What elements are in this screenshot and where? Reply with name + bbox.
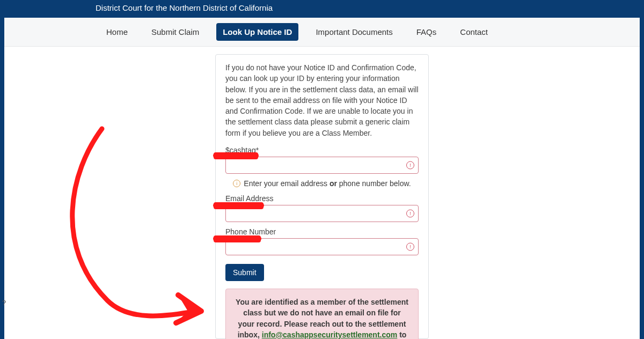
header-banner: District Court for the Northern District… — [4, 0, 640, 18]
stray-question-mark: ? — [2, 299, 6, 307]
court-name: District Court for the Northern District… — [96, 3, 273, 12]
settlement-email-link[interactable]: info@cashappsecuritysettlement.com — [262, 330, 398, 339]
result-alert: You are identified as a member of the se… — [225, 289, 419, 339]
nav-contact[interactable]: Contact — [453, 23, 494, 41]
info-icon: i — [233, 180, 240, 187]
hint-text-suffix: phone number below. — [337, 179, 411, 188]
hint-text-or: or — [330, 179, 337, 188]
intro-paragraph: If you do not have your Notice ID and Co… — [225, 62, 419, 138]
error-icon: ! — [406, 210, 414, 218]
nav-look-up-notice-id[interactable]: Look Up Notice ID — [216, 23, 298, 41]
error-icon: ! — [406, 243, 414, 251]
phone-label: Phone Number — [225, 227, 419, 236]
nav-submit-claim[interactable]: Submit Claim — [145, 23, 206, 41]
nav-home[interactable]: Home — [100, 23, 134, 41]
phone-input[interactable] — [225, 238, 419, 255]
error-icon: ! — [406, 161, 414, 170]
nav-important-documents[interactable]: Important Documents — [309, 23, 399, 41]
email-input[interactable] — [225, 205, 419, 222]
email-label: Email Address — [225, 194, 419, 203]
cashtag-input[interactable] — [225, 157, 419, 174]
cashtag-label: $cashtag* — [225, 146, 419, 154]
submit-button[interactable]: Submit — [225, 264, 264, 281]
nav-bar: Home Submit Claim Look Up Notice ID Impo… — [4, 18, 640, 47]
lookup-card: If you do not have your Notice ID and Co… — [215, 54, 429, 339]
nav-faqs[interactable]: FAQs — [410, 23, 443, 41]
contact-hint: i Enter your email address or phone numb… — [225, 179, 419, 188]
hint-text-prefix: Enter your email address — [244, 179, 330, 188]
